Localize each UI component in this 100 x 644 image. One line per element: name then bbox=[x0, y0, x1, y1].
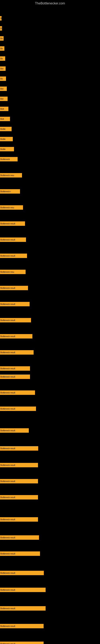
bar-row: B bbox=[0, 16, 1, 20]
bar-label: Bot bbox=[0, 98, 3, 100]
bar-row: Bottleneck bbox=[0, 157, 18, 162]
bar-row: Bottle bbox=[0, 147, 14, 151]
bar-row: B bbox=[0, 26, 2, 30]
bar-label: Bottleneck bbox=[0, 158, 10, 160]
bar-row: Bottleneck result bbox=[0, 571, 44, 575]
bar-label: Bo bbox=[0, 78, 3, 80]
bar-label: Bo bbox=[0, 38, 3, 40]
bar-label: Bottleneck result bbox=[0, 643, 15, 644]
bar-row: Bottleneck result bbox=[0, 318, 31, 322]
bar-row: Bottleneck result bbox=[0, 463, 38, 467]
bar-row: Bottleneck result bbox=[0, 624, 44, 628]
bar-row: Bo bbox=[0, 76, 6, 81]
bar-row: Bottleneck result bbox=[0, 254, 27, 258]
bar-label: Bott bbox=[0, 118, 4, 120]
bar-label: Bottleneck result bbox=[0, 480, 15, 482]
bar-label: B bbox=[0, 17, 1, 20]
bar-row: Bottleneck result bbox=[0, 222, 25, 226]
bar-row: Bottleneck resu bbox=[0, 270, 26, 274]
bar-row: Bot bbox=[0, 66, 6, 71]
bar-row: Bottleneck result bbox=[0, 374, 30, 379]
bar-label: Bottleneck result bbox=[0, 255, 15, 257]
bar-row: Bot bbox=[0, 86, 7, 91]
bar-row: Bo bbox=[0, 46, 4, 51]
bar-row: Bottleneck result bbox=[0, 428, 29, 433]
bar-label: Bottleneck resu bbox=[0, 174, 14, 176]
bar-label: Bottle bbox=[0, 148, 6, 150]
bar-row: Bottleneck resu bbox=[0, 173, 22, 178]
bar-row: Bottleneck result bbox=[0, 238, 26, 242]
bar-label: Bot bbox=[0, 88, 3, 90]
bar-label: Bottleneck result bbox=[0, 392, 15, 394]
bar-row: Bottleneck resu bbox=[0, 205, 23, 210]
bar-row: Bottleneck result bbox=[0, 535, 39, 540]
bar-label: Bottleneck result bbox=[0, 572, 15, 574]
bar-label: Bottleneck resu bbox=[0, 271, 14, 273]
bar-label: Bottleneck result bbox=[0, 464, 15, 466]
bar-row: Bott bbox=[0, 107, 8, 111]
bar-row: Bottleneck result bbox=[0, 366, 30, 371]
bar-row: Bottleneck result bbox=[0, 495, 38, 500]
bar-label: Bottleneck result bbox=[0, 448, 15, 450]
bar-label: Bottleneck result bbox=[0, 496, 15, 498]
bar-row: Bottleneck result bbox=[0, 334, 32, 338]
bar-row: Bottleneck result bbox=[0, 517, 38, 522]
bar-label: Bottleneck result bbox=[0, 408, 15, 410]
bar-row: Bottleneck result bbox=[0, 286, 28, 290]
bar-label: Bottleneck result bbox=[0, 319, 15, 322]
bar-label: Bottleneck result bbox=[0, 287, 15, 289]
bar-label: Bottleneck resu bbox=[0, 206, 14, 209]
bar-label: Bottleneck result bbox=[0, 368, 15, 370]
bar-row: Bottleneck r bbox=[0, 189, 20, 194]
bar-label: Bottleneck result bbox=[0, 303, 15, 305]
bar-label: Bottle bbox=[0, 128, 6, 130]
bar-label: Bottleneck result bbox=[0, 518, 15, 521]
bar-label: Bottle bbox=[0, 138, 6, 140]
bar-label: Bottleneck result bbox=[0, 376, 15, 378]
bar-label: Bottleneck result bbox=[0, 335, 15, 338]
bar-label: Bottleneck result bbox=[0, 536, 15, 539]
bar-label: Bottleneck result bbox=[0, 589, 15, 591]
bar-label: Bottleneck result bbox=[0, 553, 15, 555]
bar-label: Bott bbox=[0, 108, 4, 110]
site-title: TheBottlenecker.com bbox=[0, 0, 100, 7]
bar-row: Bot bbox=[0, 96, 8, 101]
bar-row: Bottleneck result bbox=[0, 446, 38, 450]
bar-label: Bot bbox=[0, 68, 3, 70]
bar-label: Bo bbox=[0, 58, 3, 60]
bar-row: Bottleneck result bbox=[0, 606, 46, 610]
bar-row: Bottleneck result bbox=[0, 642, 44, 644]
bar-row: Bo bbox=[0, 56, 5, 61]
bar-label: Bottleneck result bbox=[0, 352, 15, 354]
bar-row: Bottleneck result bbox=[0, 390, 35, 395]
bar-row: Bottle bbox=[0, 127, 12, 131]
bar-label: Bottleneck result bbox=[0, 607, 15, 610]
bar-label: Bottleneck result bbox=[0, 222, 15, 225]
bar-label: Bottleneck result bbox=[0, 430, 15, 432]
bar-row: Bottleneck result bbox=[0, 406, 36, 411]
bar-row: Bottleneck result bbox=[0, 588, 46, 592]
bar-row: Bottleneck result bbox=[0, 479, 38, 484]
bar-label: Bottleneck result bbox=[0, 239, 15, 241]
bar-row: Bottleneck result bbox=[0, 552, 40, 556]
bar-label: B bbox=[0, 27, 2, 30]
bar-row: Bott bbox=[0, 117, 10, 121]
bar-row: Bottleneck result bbox=[0, 302, 30, 306]
bar-row: Bottle bbox=[0, 137, 13, 141]
bar-row: Bo bbox=[0, 36, 3, 41]
bar-row: Bottleneck result bbox=[0, 350, 34, 354]
bar-label: Bo bbox=[0, 48, 3, 50]
bars-container: BBBoBoBoBotBoBotBotBottBottBottleBottleB… bbox=[0, 8, 100, 644]
bar-label: Bottleneck r bbox=[0, 190, 11, 192]
bar-label: Bottleneck result bbox=[0, 625, 15, 627]
